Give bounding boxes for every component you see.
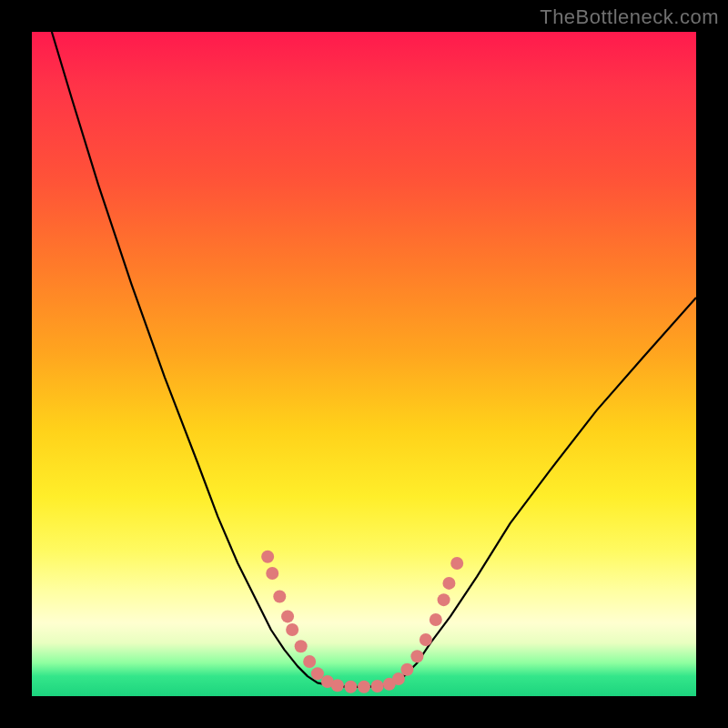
data-marker	[344, 681, 357, 693]
chart-frame: TheBottleneck.com	[0, 0, 728, 728]
data-marker	[392, 672, 405, 685]
bottleneck-curve	[52, 32, 696, 687]
data-markers	[261, 551, 463, 693]
data-marker	[450, 557, 463, 570]
data-marker	[410, 650, 423, 662]
data-marker	[303, 655, 316, 668]
data-marker	[286, 623, 298, 636]
data-marker	[281, 610, 294, 622]
data-marker	[400, 663, 413, 676]
data-marker	[331, 679, 344, 692]
data-marker	[430, 613, 442, 626]
curve-lines	[52, 32, 696, 687]
data-marker	[295, 640, 308, 652]
data-marker	[266, 567, 278, 580]
plot-area	[32, 32, 696, 696]
data-marker	[311, 667, 324, 680]
chart-svg	[32, 32, 696, 696]
data-marker	[442, 577, 455, 590]
data-marker	[420, 633, 432, 646]
data-marker	[371, 680, 384, 693]
data-marker	[438, 593, 450, 606]
watermark-text: TheBottleneck.com	[540, 5, 719, 29]
data-marker	[358, 681, 370, 693]
data-marker	[261, 551, 274, 563]
data-marker	[273, 591, 286, 603]
